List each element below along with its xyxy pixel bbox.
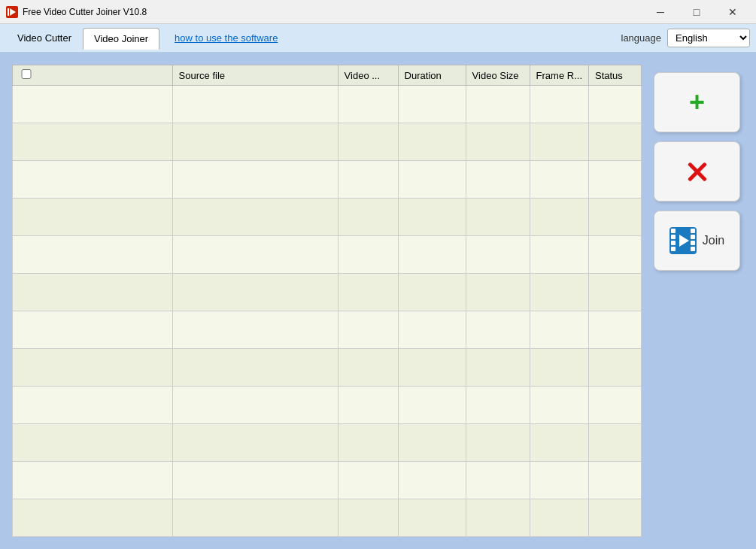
close-button[interactable]: ✕ [715,0,750,24]
file-table: Source file Video ... Duration Video Siz… [12,65,642,537]
svg-rect-6 [671,241,676,245]
table-row [13,387,642,424]
table-row [13,349,642,387]
table-row [13,161,642,199]
tab-video-cutter[interactable]: Video Cutter [6,27,83,49]
tab-video-joiner[interactable]: Video Joiner [83,28,159,50]
remove-icon [684,158,711,185]
join-label: Join [703,234,724,247]
table-row [13,199,642,236]
svg-rect-11 [691,247,695,251]
window-controls: ─ □ ✕ [643,0,750,24]
svg-rect-4 [671,229,676,233]
table-row [13,274,642,311]
header-video: Video ... [338,65,398,86]
select-all-checkbox[interactable] [19,69,34,79]
table-row [13,236,642,274]
file-table-section: Source file Video ... Duration Video Siz… [12,65,642,537]
svg-rect-10 [691,241,695,245]
film-icon [669,227,697,254]
main-content: Source file Video ... Duration Video Siz… [0,53,756,549]
table-row [13,499,642,537]
header-duration: Duration [398,65,466,86]
table-row [13,86,642,123]
svg-rect-5 [671,235,676,239]
svg-rect-9 [691,235,695,239]
minimize-button[interactable]: ─ [643,0,678,24]
restore-button[interactable]: □ [679,0,714,24]
table-header-row: Source file Video ... Duration Video Siz… [13,65,642,86]
header-source: Source file [172,65,338,86]
join-icon-area: Join [669,227,724,254]
title-bar: Free Video Cutter Joiner V10.8 ─ □ ✕ [0,0,756,24]
add-icon: + [689,89,705,116]
menu-bar: Video Cutter Video Joiner how to use the… [0,24,756,53]
table-row [13,462,642,499]
table-row [13,123,642,161]
header-size: Video Size [466,65,530,86]
table-row [13,311,642,349]
table-row [13,424,642,462]
language-select[interactable]: English Chinese French German Spanish Ja… [667,29,750,47]
language-section: language English Chinese French German S… [621,29,751,47]
header-status: Status [589,65,642,86]
app-title: Free Video Cutter Joiner V10.8 [23,7,643,17]
header-frame: Frame R... [530,65,588,86]
language-label: language [621,32,662,44]
join-button[interactable]: Join [654,211,740,271]
header-checkbox-col [13,65,173,86]
svg-rect-7 [671,247,676,251]
right-buttons-panel: + Join [654,65,744,537]
add-file-button[interactable]: + [654,72,740,132]
app-icon [6,6,18,18]
table-body [13,86,642,537]
svg-rect-8 [691,229,695,233]
svg-rect-2 [8,8,9,16]
help-link[interactable]: how to use the software [175,32,278,44]
remove-file-button[interactable] [654,141,740,202]
